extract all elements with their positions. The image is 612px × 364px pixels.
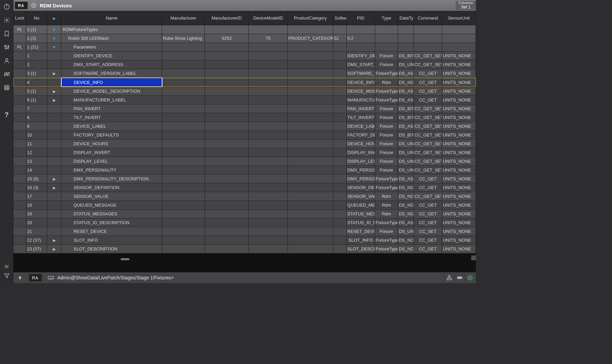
table-row[interactable]: 18QUEUED_MESSAGEQUEUED_MESSAGERdmDS_NOT_… [13,201,476,210]
svg-point-19 [33,5,35,6]
col-ManufacturerID[interactable]: ManufacturerID [205,11,249,25]
col-Name[interactable]: Name [61,11,162,25]
command-prompt[interactable]: Admin@ShowData/LivePatch/Stages/Stage 1/… [57,275,174,280]
table-row[interactable]: 12DISPLAY_INVERTDISPLAY_INVERTFixtureDS_… [13,148,476,157]
user-icon[interactable] [1,55,13,67]
table-row[interactable]: 9DEVICE_LABELDEVICE_LABELFixtureDS_ASCII… [13,122,476,131]
view-gear-icon[interactable] [30,1,38,9]
chevron-right-icon[interactable]: ▶ [53,247,56,251]
left-sidebar: ? At [0,0,13,283]
svg-rect-14 [4,85,9,90]
table-row[interactable]: 1IDENTIFY_DEVICEIDENTIFY_DEVICEFixtureDS… [13,52,476,60]
rdm-tree-table[interactable]: LockNo▶NameManufacturerManufacturerIDDev… [13,11,476,253]
table-row[interactable]: 4DEVICE_INFODEVICE_INFORdmDS_NOT_DEFINED… [13,78,476,87]
col-No[interactable]: No [26,11,47,25]
table-row[interactable]: PL1 (1)▼RDMFixtureTypes [13,25,476,34]
table-row[interactable]: 19STATUS_MESSAGESSTATUS_MESSAGESRdmDS_NO… [13,210,476,218]
col-Manufacturer[interactable]: Manufacturer [162,11,205,25]
col-expand[interactable]: ▶ [47,11,61,25]
col-Lock[interactable]: Lock [13,11,26,25]
table-row[interactable]: 22 (37)▶SLOT_INFOSLOT_INFOFixtureTypeDS_… [13,236,476,245]
columns-preset-button[interactable]: Columns Set 1 [456,1,476,9]
table-row[interactable]: 15 (5)▶DMX_PERSONALITY_DESCRIPTIONDMX_PE… [13,175,476,183]
status-gap [13,260,476,272]
chevron-right-icon[interactable]: ▶ [53,71,56,75]
svg-point-2 [6,20,7,21]
table-row[interactable]: 20STATUS_ID_DESCRIPTIONSTATUS_ID_DESCRIP… [13,218,476,227]
col-Type[interactable]: Type [375,11,398,25]
col-ProductCategory[interactable]: ProductCategory [287,11,333,25]
table-row[interactable]: PL1 (31)▼Parameters [13,43,476,52]
col-DataType[interactable]: DataType [398,11,414,25]
back-arrow-icon[interactable] [14,273,26,282]
table-row[interactable]: 10FACTORY_DEFAULTSFACTORY_DEFAULTSFixtur… [13,131,476,140]
title-bar: MA RDM Devices Columns Set 1 [13,0,476,11]
table-row[interactable]: 21RESET_DEVICERESET_DEVICEFixtureDS_UNSI… [13,227,476,236]
chevron-right-icon[interactable]: ▶ [53,238,56,242]
table-row[interactable]: 2DMX_START_ADDRESSDMX_START_ADDRESSFixtu… [13,60,476,69]
col-PID[interactable]: PID [346,11,375,25]
filter-icon[interactable] [1,270,13,282]
col-DeviceModelID[interactable]: DeviceModelID [249,11,287,25]
ma-logo-bottom[interactable]: MA [29,274,42,281]
chevron-right-icon[interactable]: ▶ [53,89,56,93]
command-bar: MA Admin@ShowData/LivePatch/Stages/Stage… [13,272,476,283]
help-icon[interactable]: ? [1,109,13,121]
bookmark-icon[interactable] [1,28,13,40]
globe-online-icon[interactable] [465,273,475,282]
svg-rect-21 [48,276,54,279]
table-row[interactable]: 11DEVICE_HOURSDEVICE_HOURSFixtureDS_UNSI… [13,140,476,148]
power-icon[interactable] [1,1,13,13]
svg-rect-31 [462,277,462,278]
svg-rect-32 [458,277,461,278]
chevron-right-icon[interactable]: ▶ [53,177,56,181]
table-header-row[interactable]: LockNo▶NameManufacturerManufacturerIDDev… [13,11,476,25]
table-row[interactable]: 5 (1)▶DEVICE_MODEL_DESCRIPTIONDEVICE_MOD… [13,87,476,96]
table-row[interactable]: 14DMX_PERSONALITYDMX_PERSONALITYFixtureD… [13,166,476,175]
table-row[interactable]: 1 (3)▼Robin 300 LEDWashRobe Show Lightin… [13,34,476,43]
table-row[interactable]: 6 (1)▶MANUFACTURER_LABELMANUFACTURER_LAB… [13,96,476,104]
network-icon[interactable] [444,273,454,282]
page-title: RDM Devices [40,3,72,8]
table-row[interactable]: 16 (3)▶SENSOR_DEFINITIONSENSOR_DEFINITIO… [13,183,476,192]
col-Command[interactable]: Command [414,11,442,25]
sliders-icon[interactable] [1,41,13,53]
svg-point-20 [31,3,36,8]
chevron-right-icon[interactable]: ▶ [53,98,56,102]
keyboard-icon[interactable] [45,273,57,282]
table-row[interactable]: 23 (37)▶SLOT_DESCRIPTIONSLOT_DESCRIPTION… [13,245,476,253]
svg-rect-28 [447,279,449,280]
table-row[interactable]: 8TILT_INVERTTILT_INVERTFixtureDS_BIT_FIE… [13,113,476,122]
chevron-down-icon[interactable]: ▼ [52,36,56,40]
hscroll-handle[interactable] [121,258,129,260]
svg-rect-27 [449,275,450,277]
table-row[interactable]: 7PAN_INVERTPAN_INVERTFixtureDS_BIT_FIELD… [13,104,476,113]
resize-grip-icon[interactable] [471,255,476,260]
table-viewport[interactable]: LockNo▶NameManufacturerManufacturerIDDev… [13,11,476,260]
eq-icon[interactable] [1,68,13,80]
svg-point-9 [5,58,8,61]
col-SensorUnit[interactable]: SensorUnit [442,11,476,25]
chevron-down-icon[interactable]: ▼ [52,28,56,32]
ma-logo[interactable]: MA [15,2,28,9]
at-label[interactable]: At [5,264,8,269]
battery-icon[interactable] [454,273,465,282]
col-SoftwareVersion[interactable]: SoftwareVersion [333,11,346,25]
svg-rect-29 [450,279,452,280]
main-area: MA RDM Devices Columns Set 1 LockNo▶Name… [13,0,476,283]
gear-icon[interactable] [1,14,13,26]
table-row[interactable]: 17SENSOR_VALUESENSOR_VALUERdmDS_NOT_DEFI… [13,192,476,201]
chevron-right-icon[interactable]: ▶ [53,186,56,190]
keypad-icon[interactable] [1,82,13,94]
chevron-down-icon[interactable]: ▼ [52,45,56,49]
table-row[interactable]: 3 (1)▶SOFTWARE_VERSION_LABELSOFTWARE_VER… [13,69,476,78]
table-row[interactable]: 13DISPLAY_LEVELDISPLAY_LEVELFixtureDS_UN… [13,157,476,166]
